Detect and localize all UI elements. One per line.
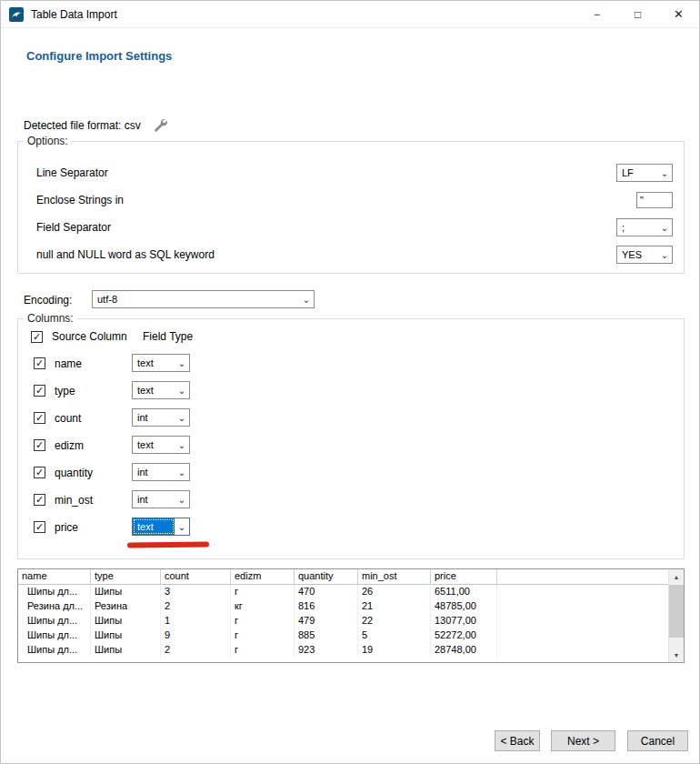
- check-icon: ✓: [35, 358, 44, 368]
- table-header-cell[interactable]: min_ost: [358, 569, 431, 584]
- null-keyword-select[interactable]: YES ⌄: [616, 246, 673, 264]
- table-cell: Резина дл...: [18, 599, 91, 614]
- column-row-count: ✓ count int ⌄: [18, 408, 684, 428]
- column-row-quantity: ✓ quantity int ⌄: [18, 463, 684, 483]
- close-button[interactable]: ✕: [658, 1, 699, 28]
- field-type-select-count[interactable]: int ⌄: [132, 408, 190, 427]
- line-separator-label: Line Separator: [36, 166, 108, 179]
- scroll-down-button[interactable]: ▼: [669, 648, 684, 662]
- field-type-select-quantity[interactable]: int ⌄: [132, 463, 190, 481]
- vertical-scrollbar[interactable]: ▲ ▼: [668, 569, 684, 662]
- encoding-select[interactable]: utf-8 ⌄: [92, 290, 315, 308]
- null-keyword-label: null and NULL word as SQL keyword: [36, 248, 215, 261]
- next-button[interactable]: Next >: [551, 730, 615, 751]
- table-header-cell[interactable]: price: [431, 569, 497, 584]
- field-type-value: text: [133, 437, 175, 453]
- preview-table: name type count edizm quantity min_ost p…: [17, 568, 685, 663]
- cancel-button[interactable]: Cancel: [627, 730, 688, 751]
- field-type-select-type[interactable]: text ⌄: [132, 381, 190, 399]
- field-type-value: int: [133, 464, 175, 480]
- table-cell: 2: [161, 643, 231, 658]
- table-row[interactable]: Шипы дл... Шипы 2 г 923 19 28748,00: [18, 643, 684, 658]
- column-row-name: ✓ name text ⌄: [18, 354, 684, 374]
- table-cell: 6511,00: [431, 585, 497, 599]
- source-column-header: Source Column: [52, 330, 127, 343]
- field-type-header: Field Type: [143, 330, 193, 343]
- scroll-thumb[interactable]: [669, 585, 684, 638]
- field-type-value: int: [133, 491, 175, 508]
- column-checkbox-price[interactable]: ✓: [34, 521, 45, 533]
- table-cell: 885: [295, 628, 358, 643]
- table-cell: Шипы дл...: [18, 628, 91, 643]
- field-type-select-price[interactable]: text ⌄: [132, 518, 190, 536]
- table-cell: 9: [161, 628, 231, 643]
- column-checkbox-count[interactable]: ✓: [34, 412, 45, 424]
- check-icon: ✓: [33, 332, 41, 342]
- check-icon: ✓: [35, 413, 44, 423]
- table-header-cell[interactable]: quantity: [295, 569, 358, 584]
- field-type-select-edizm[interactable]: text ⌄: [132, 436, 190, 454]
- column-checkbox-quantity[interactable]: ✓: [34, 467, 45, 478]
- wrench-icon[interactable]: [152, 117, 167, 133]
- detected-format-label: Detected file format: csv: [24, 119, 141, 132]
- table-cell: 470: [295, 585, 358, 599]
- chevron-down-icon: ⌄: [175, 355, 189, 371]
- check-icon: ✓: [35, 495, 44, 505]
- chevron-down-icon: ⌄: [175, 382, 189, 398]
- table-row[interactable]: Шипы дл... Шипы 9 г 885 5 52272,00: [18, 628, 684, 643]
- table-row[interactable]: Резина дл... Резина 2 кг 816 21 48785,00: [18, 599, 684, 614]
- column-checkbox-name[interactable]: ✓: [34, 357, 45, 369]
- table-row[interactable]: Шипы дл... Шипы 1 г 479 22 13077,00: [18, 614, 684, 628]
- table-cell: 22: [358, 614, 431, 628]
- table-cell-filler: [497, 643, 684, 658]
- column-row-type: ✓ type text ⌄: [18, 381, 684, 401]
- options-group: Options: Line Separator LF ⌄ Enclose Str…: [17, 141, 685, 274]
- table-cell-filler: [497, 585, 684, 599]
- table-row[interactable]: Шипы дл... Шипы 3 г 470 26 6511,00: [18, 585, 684, 599]
- table-cell: 19: [358, 643, 431, 658]
- table-cell: 816: [295, 599, 358, 614]
- field-type-select-name[interactable]: text ⌄: [132, 354, 190, 372]
- check-icon: ✓: [35, 467, 44, 478]
- table-header-cell[interactable]: edizm: [231, 569, 295, 584]
- check-icon: ✓: [35, 440, 44, 450]
- table-cell: г: [231, 643, 295, 658]
- option-row-null-keyword: null and NULL word as SQL keyword YES ⌄: [18, 246, 684, 264]
- field-separator-select[interactable]: ; ⌄: [616, 218, 673, 236]
- column-label: count: [55, 412, 81, 425]
- check-icon: ✓: [35, 386, 44, 396]
- select-all-checkbox[interactable]: ✓: [31, 331, 43, 343]
- table-header-cell[interactable]: type: [91, 569, 161, 584]
- minimize-button[interactable]: −: [576, 1, 617, 28]
- column-label: type: [55, 385, 75, 397]
- maximize-button[interactable]: □: [617, 1, 658, 28]
- encoding-label: Encoding:: [24, 294, 72, 307]
- table-cell-filler: [497, 628, 684, 643]
- field-type-value: text: [133, 382, 175, 398]
- window-controls: − □ ✕: [576, 1, 699, 28]
- scroll-up-button[interactable]: ▲: [669, 569, 684, 584]
- columns-header-row: ✓ Source Column Field Type: [18, 330, 684, 345]
- table-cell: 2: [161, 599, 231, 614]
- page-title: Configure Import Settings: [26, 49, 172, 63]
- arrow-down-icon: ▼: [674, 652, 680, 658]
- column-checkbox-type[interactable]: ✓: [34, 385, 45, 397]
- null-keyword-value: YES: [617, 246, 657, 263]
- column-label: min_ost: [55, 494, 93, 507]
- table-cell: 5: [358, 628, 431, 643]
- table-header-cell[interactable]: count: [161, 569, 231, 584]
- column-checkbox-edizm[interactable]: ✓: [34, 439, 45, 451]
- column-checkbox-min-ost[interactable]: ✓: [34, 494, 45, 506]
- table-cell: г: [231, 585, 295, 599]
- back-button[interactable]: < Back: [495, 730, 540, 751]
- column-label: price: [55, 521, 78, 534]
- field-type-select-min-ost[interactable]: int ⌄: [132, 490, 190, 508]
- window-title: Table Data Import: [31, 8, 117, 21]
- table-cell: 479: [295, 614, 358, 628]
- table-cell: г: [231, 614, 295, 628]
- line-separator-select[interactable]: LF ⌄: [616, 164, 673, 182]
- table-cell: 3: [161, 585, 231, 599]
- enclose-strings-input[interactable]: [636, 192, 673, 208]
- chevron-down-icon: ⌄: [175, 491, 189, 508]
- table-header-cell[interactable]: name: [18, 569, 91, 584]
